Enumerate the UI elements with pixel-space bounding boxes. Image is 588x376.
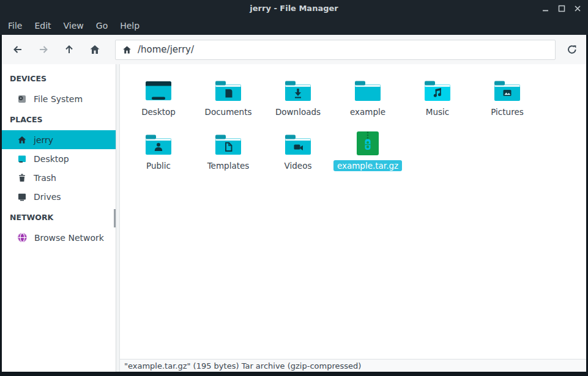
sidebar-header-devices: DEVICES xyxy=(2,67,116,89)
sidebar-item-label: Trash xyxy=(34,173,56,183)
harddisk-icon xyxy=(17,94,27,104)
file-label: Music xyxy=(422,106,453,117)
file-item-downloads[interactable]: Downloads xyxy=(263,69,333,123)
sidebar-item-browse-network[interactable]: Browse Network xyxy=(2,228,116,247)
home-button[interactable] xyxy=(84,39,105,60)
back-button[interactable] xyxy=(7,39,28,60)
sidebar-item-trash[interactable]: Trash xyxy=(2,168,116,187)
sidebar-item-label: File System xyxy=(34,94,83,104)
file-view[interactable]: Desktop xyxy=(120,64,586,359)
file-item-documents[interactable]: Documents xyxy=(193,69,263,123)
path-text: /home/jerry/ xyxy=(138,44,194,55)
trash-icon xyxy=(17,173,27,183)
sidebar-header-places: PLACES xyxy=(2,108,116,130)
up-icon xyxy=(63,43,75,56)
close-button[interactable] xyxy=(572,3,582,13)
menu-go[interactable]: Go xyxy=(90,18,114,33)
path-bar[interactable]: /home/jerry/ xyxy=(115,40,556,60)
sidebar-item-jerry[interactable]: jerry xyxy=(2,130,116,149)
sidebar-scrollbar-thumb[interactable] xyxy=(114,209,116,227)
toolbar: /home/jerry/ xyxy=(2,35,586,64)
file-label: example xyxy=(346,106,389,117)
sidebar-item-label: Browse Network xyxy=(34,233,104,243)
window-frame: /home/jerry/ DEVICES File System xyxy=(0,35,588,376)
path-home-icon xyxy=(122,45,132,55)
menu-help[interactable]: Help xyxy=(114,18,146,33)
forward-icon xyxy=(37,43,50,56)
downloads-folder-icon xyxy=(284,70,312,103)
window-title: jerry - File Manager xyxy=(250,4,338,13)
file-manager-window: jerry - File Manager File Edit View Go H… xyxy=(0,0,588,376)
home-icon xyxy=(17,135,27,145)
maximize-button[interactable] xyxy=(556,3,567,13)
public-folder-icon xyxy=(144,124,173,157)
file-label: Public xyxy=(143,160,174,171)
titlebar: jerry - File Manager xyxy=(0,0,588,17)
forward-button[interactable] xyxy=(33,39,54,60)
desktop-icon xyxy=(17,154,27,164)
documents-folder-icon xyxy=(214,70,242,103)
videos-folder-icon xyxy=(284,124,312,157)
back-icon xyxy=(12,43,24,56)
plain-folder-icon xyxy=(354,70,382,103)
file-item-example-tar-gz[interactable]: example.tar.gz xyxy=(333,123,403,177)
sidebar-item-file-system[interactable]: File System xyxy=(2,89,116,108)
home-icon xyxy=(89,43,101,56)
refresh-button[interactable] xyxy=(563,40,581,59)
minimize-icon xyxy=(542,5,549,12)
window-controls xyxy=(540,0,582,17)
close-icon xyxy=(574,5,581,12)
sidebar-item-label: Drives xyxy=(34,192,61,202)
network-globe-icon xyxy=(17,232,28,243)
file-label: Pictures xyxy=(487,106,527,117)
file-item-music[interactable]: Music xyxy=(403,69,472,123)
status-text: "example.tar.gz" (195 bytes) Tar archive… xyxy=(124,361,361,370)
sidebar-header-network: NETWORK xyxy=(2,206,116,228)
maximize-icon xyxy=(558,5,565,12)
content-column: Desktop xyxy=(120,64,586,372)
file-label: Documents xyxy=(201,106,256,117)
file-item-desktop[interactable]: Desktop xyxy=(124,69,193,123)
file-label: Desktop xyxy=(138,106,179,117)
file-item-example[interactable]: example xyxy=(333,69,403,123)
up-button[interactable] xyxy=(59,39,80,60)
menu-view[interactable]: View xyxy=(58,18,90,33)
file-item-videos[interactable]: Videos xyxy=(263,123,333,177)
sidebar-item-label: Desktop xyxy=(34,154,69,164)
menu-file[interactable]: File xyxy=(2,18,28,33)
file-label: example.tar.gz xyxy=(333,160,402,171)
pictures-folder-icon xyxy=(493,70,521,103)
refresh-icon xyxy=(566,43,578,56)
file-label: Videos xyxy=(281,160,316,171)
file-label: Templates xyxy=(204,160,253,171)
music-folder-icon xyxy=(423,70,452,103)
drives-icon xyxy=(17,192,27,202)
sidebar-item-drives[interactable]: Drives xyxy=(2,187,116,206)
file-item-pictures[interactable]: Pictures xyxy=(472,69,542,123)
sidebar-item-desktop[interactable]: Desktop xyxy=(2,149,116,168)
file-label: Downloads xyxy=(272,106,324,117)
minimize-button[interactable] xyxy=(540,3,551,13)
status-bar: "example.tar.gz" (195 bytes) Tar archive… xyxy=(120,359,586,372)
sidebar-item-label: jerry xyxy=(34,135,53,145)
archive-icon xyxy=(354,124,381,157)
file-item-templates[interactable]: Templates xyxy=(193,123,263,177)
pane-divider xyxy=(116,64,120,372)
menubar: File Edit View Go Help xyxy=(0,17,588,35)
templates-folder-icon xyxy=(214,124,242,157)
file-item-public[interactable]: Public xyxy=(124,123,193,177)
main-area: DEVICES File System PLACES jerry xyxy=(2,64,586,372)
file-grid: Desktop xyxy=(124,69,586,177)
menu-edit[interactable]: Edit xyxy=(28,18,57,33)
sidebar: DEVICES File System PLACES jerry xyxy=(2,64,116,372)
desktop-folder-icon xyxy=(144,70,173,103)
